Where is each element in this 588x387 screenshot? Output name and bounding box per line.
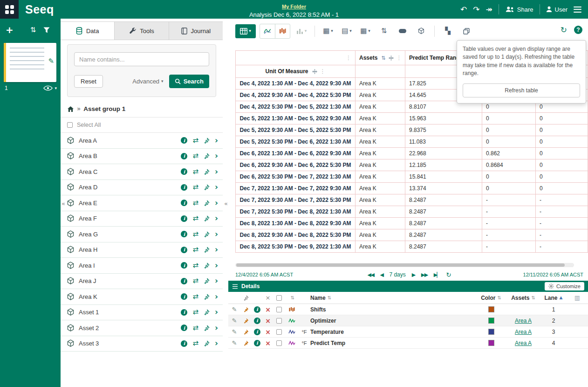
app-switcher-button[interactable]: [0, 0, 19, 19]
asset-link[interactable]: Area A: [515, 329, 532, 335]
expand-chevron-icon[interactable]: ›: [215, 293, 218, 301]
expand-chevron-icon[interactable]: ›: [215, 308, 218, 316]
swap-asset-icon[interactable]: ⇄: [192, 184, 198, 191]
table-row[interactable]: Dec 7, 2022 5:30 PM - Dec 8, 2022 1:30 A…: [236, 206, 588, 218]
pin-icon[interactable]: [204, 278, 210, 284]
expand-chevron-icon[interactable]: ›: [215, 168, 218, 176]
row-checkbox[interactable]: [276, 307, 282, 312]
table-row[interactable]: Dec 5, 2022 1:30 AM - Dec 5, 2022 9:30 A…: [236, 113, 588, 124]
item-info-icon[interactable]: i: [181, 184, 187, 191]
item-info-icon[interactable]: i: [181, 293, 187, 300]
breadcrumb-asset-group[interactable]: Asset group 1: [83, 105, 125, 112]
swap-asset-icon[interactable]: ⇄: [192, 325, 198, 332]
asset-link[interactable]: Area A: [515, 340, 532, 346]
swap-asset-icon[interactable]: ⇄: [192, 215, 198, 222]
remove-item-icon[interactable]: ×: [265, 329, 271, 335]
asset-list-item[interactable]: Area I i ⇄ ›: [61, 258, 223, 274]
color-column-header[interactable]: Color ⇅: [476, 295, 506, 301]
advanced-toggle[interactable]: Advanced ▾: [132, 78, 163, 85]
color-swatch[interactable]: [488, 306, 494, 312]
item-info-icon[interactable]: i: [254, 329, 260, 335]
new-worksheet-button[interactable]: +: [6, 25, 14, 35]
remove-item-icon[interactable]: ×: [265, 318, 271, 324]
asset-list-item[interactable]: Area C i ⇄ ›: [61, 164, 223, 180]
collapse-panel-left-handle[interactable]: «: [62, 200, 65, 207]
item-info-icon[interactable]: i: [181, 340, 187, 347]
move-column-icon[interactable]: [389, 55, 394, 61]
column-menu-icon[interactable]: ⋮: [320, 69, 326, 74]
asset-list-item[interactable]: Area D i ⇄ ›: [61, 180, 223, 196]
asset-list-item[interactable]: Area K i ⇄ ›: [61, 289, 223, 305]
row-checkbox[interactable]: [276, 329, 282, 335]
asset-list-item[interactable]: Area E i ⇄ ›: [61, 195, 223, 211]
swap-asset-icon[interactable]: ⇄: [192, 231, 198, 238]
bar-chart-button[interactable]: ▾: [294, 24, 309, 38]
expand-chevron-icon[interactable]: ›: [215, 324, 218, 332]
undo-button[interactable]: ↶: [460, 6, 467, 14]
pin-column-header[interactable]: [240, 295, 252, 301]
trend-view-button[interactable]: [260, 24, 275, 38]
pin-icon[interactable]: [243, 318, 249, 324]
my-folder-link[interactable]: My Folder: [282, 4, 306, 9]
table-row[interactable]: Dec 5, 2022 9:30 AM - Dec 5, 2022 5:30 P…: [236, 124, 588, 136]
expand-chevron-icon[interactable]: ›: [215, 246, 218, 254]
reorder-worksheets-button[interactable]: ⇅: [30, 27, 36, 34]
auto-update-icon[interactable]: ↻: [446, 272, 451, 278]
pin-icon[interactable]: [204, 294, 210, 300]
condition-table-button[interactable]: ▦ ▾: [321, 24, 335, 38]
columns-column-header[interactable]: ▥: [567, 295, 588, 301]
item-info-icon[interactable]: i: [181, 137, 187, 144]
refresh-table-button[interactable]: Refresh table: [463, 83, 580, 97]
table-options-button[interactable]: ▦ ▾: [358, 24, 373, 38]
table-row[interactable]: Dec 6, 2022 1:30 AM - Dec 6, 2022 9:30 A…: [236, 148, 588, 159]
pin-icon[interactable]: [204, 231, 210, 237]
pin-icon[interactable]: [204, 340, 210, 346]
remove-column-header[interactable]: ×: [263, 295, 273, 301]
move-column-icon[interactable]: [312, 69, 317, 74]
capsule-summary-button[interactable]: [395, 24, 410, 38]
tab-journal[interactable]: Journal: [169, 22, 223, 40]
swap-asset-icon[interactable]: ⇄: [192, 246, 198, 253]
asset-list-item[interactable]: Area F i ⇄ ›: [61, 211, 223, 227]
swap-asset-icon[interactable]: ⇄: [192, 168, 198, 175]
pin-icon[interactable]: [204, 309, 210, 315]
search-input[interactable]: [74, 52, 209, 66]
table-row[interactable]: Dec 6, 2022 5:30 PM - Dec 7, 2022 1:30 A…: [236, 171, 588, 183]
details-row[interactable]: ✎ i ×: [228, 338, 588, 349]
edit-item-icon[interactable]: ✎: [232, 329, 237, 335]
pin-icon[interactable]: [204, 184, 210, 190]
item-info-icon[interactable]: i: [181, 278, 187, 284]
duration-label[interactable]: 7 days: [389, 271, 405, 278]
home-icon[interactable]: [67, 106, 74, 112]
table-row[interactable]: Dec 8, 2022 1:30 AM - Dec 8, 2022 9:30 A…: [236, 218, 588, 229]
reset-button[interactable]: Reset: [74, 75, 103, 88]
swap-asset-icon[interactable]: ⇄: [192, 277, 198, 284]
asset-list-item[interactable]: Asset 2 i ⇄ ›: [61, 320, 223, 336]
column-menu-icon[interactable]: ⋮: [397, 55, 402, 61]
asset-list-item[interactable]: Area G i ⇄ ›: [61, 227, 223, 242]
table-row[interactable]: Dec 8, 2022 9:30 AM - Dec 8, 2022 5:30 P…: [236, 229, 588, 241]
item-info-icon[interactable]: i: [181, 247, 187, 253]
item-info-icon[interactable]: i: [181, 153, 187, 159]
collapse-panel-right-handle[interactable]: «: [224, 200, 228, 207]
assets-column-header[interactable]: Assets ⇅: [506, 295, 540, 301]
pin-icon[interactable]: [204, 138, 210, 144]
name-column-header[interactable]: Name ⇅: [310, 295, 476, 301]
step-forward-half-icon[interactable]: ▶: [412, 272, 415, 277]
color-swatch[interactable]: [488, 318, 494, 324]
edit-item-icon[interactable]: ✎: [232, 340, 237, 346]
table-view-button[interactable]: ▾: [235, 24, 256, 38]
color-swatch[interactable]: [488, 340, 494, 346]
expand-chevron-icon[interactable]: ›: [215, 199, 218, 207]
header-assets-column[interactable]: Assets ⇅ ⋮: [356, 51, 405, 65]
details-row[interactable]: ✎ i ×: [228, 304, 588, 315]
pin-icon[interactable]: [204, 325, 210, 331]
asset-list-item[interactable]: Asset 3 i ⇄ ›: [61, 336, 223, 352]
asset-list-item[interactable]: Area H i ⇄ ›: [61, 242, 223, 258]
view-only-link-button[interactable]: ▾: [43, 85, 57, 91]
step-to-end-icon[interactable]: ▶▏: [434, 272, 440, 277]
asset-list-item[interactable]: Area B i ⇄ ›: [61, 149, 223, 165]
customize-button[interactable]: Customize: [545, 282, 584, 290]
expand-chevron-icon[interactable]: ›: [215, 152, 218, 160]
swap-asset-icon[interactable]: ⇄: [192, 262, 198, 269]
